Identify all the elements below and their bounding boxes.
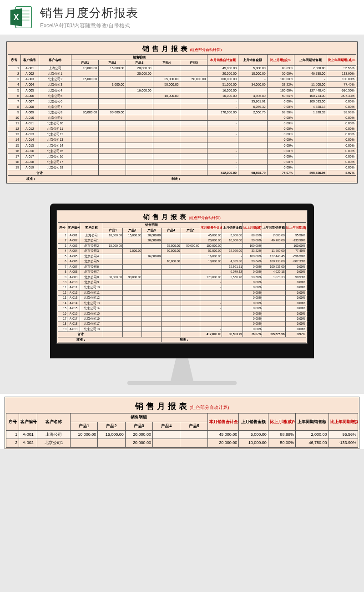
cell-p3	[142, 301, 162, 306]
table-row: 1A-001上海公司10,000.0015,000.0020,000.0045,…	[6, 430, 358, 439]
cell-last-year: 127,440.45	[294, 87, 327, 93]
cell-p3	[126, 115, 153, 121]
cell-p2	[122, 311, 142, 316]
cell-p4	[153, 98, 180, 104]
cell-seq: 7	[8, 98, 21, 104]
cell-p3	[142, 280, 162, 285]
cell-seq: 13	[58, 296, 67, 301]
cell-id: A-018	[67, 322, 80, 327]
cell-name: 北京公司18	[39, 164, 71, 170]
cell-p3	[142, 306, 162, 311]
cell-last-year: 4,620.18	[294, 104, 327, 109]
cell-mom: 50.00%	[268, 439, 295, 448]
cell-seq: 8	[8, 104, 21, 109]
cell-id: A-002	[20, 71, 39, 77]
cell-mom: 0.00%	[243, 316, 262, 322]
cell-last-month: 6,079.32	[238, 104, 267, 109]
cell-p3	[126, 82, 153, 87]
cell-yoy: 0.00%	[327, 137, 356, 143]
cell-p1	[103, 254, 123, 259]
cell-name: 北京公司3	[80, 249, 103, 254]
cell-p4	[153, 104, 180, 109]
cell-last-month	[222, 296, 243, 301]
cell-p2	[99, 87, 126, 93]
cell-id: A-019	[20, 164, 39, 170]
th-seq: 序号	[6, 413, 19, 430]
cell-name: 北京公司1	[39, 71, 71, 77]
cell-p4	[153, 143, 180, 148]
cell-id: A-010	[67, 280, 80, 285]
cell-yoy: 0.00%	[327, 164, 356, 170]
cell-p1	[103, 290, 123, 295]
cell-p1	[103, 270, 123, 275]
cell-last-year	[294, 121, 327, 126]
monitor-mockup: 销售月报表(红色部分自动计算)序号客户编号客户名称销售明细本月销售合计金额上月销…	[0, 190, 364, 394]
table-row: 3A-003北京公司215,000.0035,000.0050,000.0010…	[8, 77, 356, 82]
cell-p3	[142, 264, 162, 269]
cell-name: 北京公司14	[39, 143, 71, 148]
cell-p4	[153, 71, 180, 77]
cell-last-month: 4,935.80	[222, 259, 243, 264]
cell-seq: 16	[58, 311, 67, 316]
cell-id: A-004	[20, 82, 39, 87]
cell-p1	[71, 126, 99, 132]
cell-yoy: 0.00%	[327, 148, 356, 153]
cell-p5	[180, 115, 207, 121]
table-row: 11A-011北京公司10-0.00%0.00%	[58, 285, 306, 290]
excel-icon: X	[8, 5, 34, 30]
totals-row: 合计412,000.0098,593.7976.07%395,626.963.9…	[8, 170, 356, 175]
cell-yoy: 0.00%	[285, 296, 306, 301]
cell-last-year	[262, 301, 285, 306]
cell-name: 北京公司12	[39, 132, 71, 137]
th-p5: 产品5	[180, 60, 207, 66]
table-row: 19A-019北京公司18-0.00%0.00%	[58, 327, 306, 332]
cell-mom: 0.00%	[267, 132, 294, 137]
cell-yoy: -696.50%	[285, 254, 306, 259]
cell-yoy: -907.33%	[285, 259, 306, 264]
cell-p2	[122, 301, 142, 306]
cell-last-year	[262, 316, 285, 322]
cell-name: 北京公司17	[80, 322, 103, 327]
cell-last-year	[294, 132, 327, 137]
cell-last-month: 4,935.80	[238, 93, 267, 98]
cell-mom: 0.00%	[267, 104, 294, 109]
cell-name: 北京公司13	[80, 301, 103, 306]
cell-name: 北京公司12	[80, 296, 103, 301]
cell-yoy: 0.00%	[327, 126, 356, 132]
cell-last-month	[222, 306, 243, 311]
cell-p1: 80,000.00	[103, 275, 123, 280]
cell-last-month: 34,060.00	[222, 249, 243, 254]
cell-total: 51,000.00	[200, 249, 222, 254]
cell-id: A-016	[67, 311, 80, 316]
cell-last-month: 10,000.00	[239, 439, 268, 448]
cell-id: A-008	[20, 104, 39, 109]
cell-name: 北京公司8	[39, 109, 71, 115]
cell-mom: 0.00%	[243, 264, 262, 269]
cell-total: -	[207, 159, 238, 164]
th-p5: 产品5	[181, 228, 200, 233]
cell-total: -	[200, 290, 222, 295]
cell-last-year: 11,500.00	[294, 82, 327, 87]
checker-label: 核准：	[8, 176, 153, 182]
table-row: 6A-006北京公司510,000.0010,000.004,935.8050.…	[58, 259, 306, 264]
cell-p2	[99, 98, 126, 104]
th-last-year: 上年同期销售额	[294, 55, 327, 66]
cell-last-month: 2,556.76	[222, 275, 243, 280]
cell-p5	[180, 121, 207, 126]
cell-seq: 3	[8, 77, 21, 82]
totals-lm: 98,593.79	[238, 170, 267, 175]
sheet-preview-top: 销售月报表(红色部分自动计算)序号客户编号客户名称销售明细本月销售合计金额上月销…	[0, 35, 364, 190]
cell-mom: 98.50%	[243, 275, 262, 280]
totals-label: 合计	[8, 170, 71, 175]
cell-yoy: 95.56%	[329, 430, 358, 439]
cell-id: A-007	[20, 98, 39, 104]
cell-name: 北京公司9	[80, 280, 103, 285]
cell-name: 北京公司6	[39, 98, 71, 104]
cell-last-month	[238, 164, 267, 170]
cell-last-month	[222, 285, 243, 290]
table-row: 16A-016北京公司15-0.00%0.00%	[8, 148, 356, 153]
cell-id: A-008	[67, 270, 80, 275]
cell-p3	[126, 126, 153, 132]
cell-yoy: 0.00%	[285, 306, 306, 311]
cell-p5	[180, 98, 207, 104]
